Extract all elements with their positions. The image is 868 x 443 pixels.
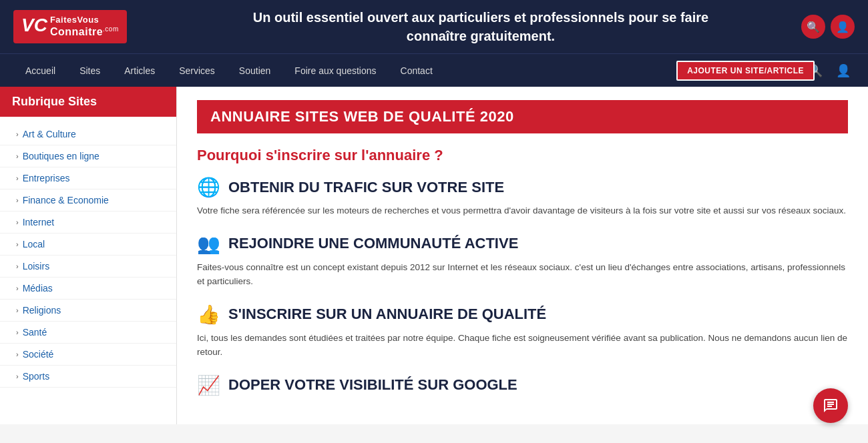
page-title: ANNUAIRE SITES WEB DE QUALITÉ 2020 bbox=[197, 100, 848, 133]
sidebar-item-religions[interactable]: › Religions bbox=[0, 300, 176, 322]
section-heading: Pourquoi s'inscrire sur l'annuaire ? bbox=[197, 147, 848, 164]
feature-title-2: 👥 REJOINDRE UNE COMMUNAUTÉ ACTIVE bbox=[197, 233, 848, 255]
sidebar: Rubrique Sites › Art & Culture › Boutiqu… bbox=[0, 87, 177, 424]
nav-user-icon[interactable]: 👤 bbox=[832, 59, 855, 82]
chevron-icon: › bbox=[16, 306, 19, 314]
nav-item-services[interactable]: Services bbox=[167, 56, 227, 85]
sidebar-item-medias[interactable]: › Médias bbox=[0, 278, 176, 300]
navbar: Accueil Sites Articles Services Soutien … bbox=[0, 53, 868, 87]
feature-title-1: 🌐 OBTENIR DU TRAFIC SUR VOTRE SITE bbox=[197, 176, 848, 198]
sidebar-item-label: Internet bbox=[23, 217, 54, 228]
logo-area: VC FaitesVous Connaitre.com bbox=[13, 10, 160, 43]
feature-heading-4: DOPER VOTRE VISIBILITÉ SUR GOOGLE bbox=[228, 376, 517, 394]
logo-line2: Connaitre.com bbox=[50, 25, 119, 38]
chevron-icon: › bbox=[16, 350, 19, 358]
sidebar-item-label: Entreprises bbox=[23, 173, 70, 183]
sidebar-item-local[interactable]: › Local bbox=[0, 234, 176, 256]
sidebar-item-societe[interactable]: › Société bbox=[0, 344, 176, 366]
feature-block-4: 📈 DOPER VOTRE VISIBILITÉ SUR GOOGLE bbox=[197, 374, 848, 396]
main-container: Rubrique Sites › Art & Culture › Boutiqu… bbox=[0, 87, 868, 424]
feature-title-4: 📈 DOPER VOTRE VISIBILITÉ SUR GOOGLE bbox=[197, 374, 848, 396]
chevron-icon: › bbox=[16, 284, 19, 292]
feature-block-3: 👍 S'INSCRIRE SUR UN ANNUAIRE DE QUALITÉ … bbox=[197, 304, 848, 360]
sidebar-item-art-culture[interactable]: › Art & Culture bbox=[0, 123, 176, 145]
sidebar-item-loisirs[interactable]: › Loisirs bbox=[0, 256, 176, 278]
logo-line1: FaitesVous bbox=[50, 15, 119, 25]
sidebar-item-finance[interactable]: › Finance & Economie bbox=[0, 189, 176, 211]
feature-desc-1: Votre fiche sera référencée sur les mote… bbox=[197, 203, 848, 218]
chevron-icon: › bbox=[16, 372, 19, 380]
chevron-icon: › bbox=[16, 328, 19, 336]
chevron-icon: › bbox=[16, 240, 19, 248]
sidebar-item-internet[interactable]: › Internet bbox=[0, 211, 176, 234]
sidebar-item-label: Loisirs bbox=[23, 261, 49, 272]
chevron-icon: › bbox=[16, 152, 19, 160]
sidebar-item-label: Santé bbox=[23, 327, 47, 338]
nav-item-faq[interactable]: Foire aux questions bbox=[282, 56, 388, 85]
feature-heading-1: OBTENIR DU TRAFIC SUR VOTRE SITE bbox=[228, 179, 504, 196]
feature-desc-2: Faites-vous connaître est un concept exi… bbox=[197, 260, 848, 289]
thumbsup-icon: 👍 bbox=[197, 304, 220, 326]
sidebar-item-label: Médias bbox=[23, 283, 53, 294]
chevron-icon: › bbox=[16, 262, 19, 270]
chevron-icon: › bbox=[16, 218, 19, 226]
sidebar-item-sports[interactable]: › Sports bbox=[0, 366, 176, 388]
nav-item-articles[interactable]: Articles bbox=[112, 56, 167, 85]
sidebar-item-label: Boutiques en ligne bbox=[23, 151, 99, 161]
chevron-icon: › bbox=[16, 174, 19, 182]
nav-item-sites[interactable]: Sites bbox=[67, 56, 112, 85]
chart-icon: 📈 bbox=[197, 374, 220, 396]
sidebar-title: Rubrique Sites bbox=[0, 87, 176, 117]
sidebar-item-label: Art & Culture bbox=[23, 129, 76, 139]
sidebar-item-entreprises[interactable]: › Entreprises bbox=[0, 167, 176, 189]
content-area: ANNUAIRE SITES WEB DE QUALITÉ 2020 Pourq… bbox=[177, 87, 868, 424]
user-icon-btn[interactable]: 👤 bbox=[831, 15, 855, 39]
sidebar-item-sante[interactable]: › Santé bbox=[0, 322, 176, 344]
header-top: VC FaitesVous Connaitre.com Un outil ess… bbox=[0, 0, 868, 53]
nav-item-accueil[interactable]: Accueil bbox=[13, 56, 67, 85]
community-icon: 👥 bbox=[197, 233, 220, 255]
logo-box: VC FaitesVous Connaitre.com bbox=[13, 10, 127, 43]
chevron-icon: › bbox=[16, 196, 19, 204]
sidebar-item-label: Sports bbox=[23, 371, 49, 382]
sidebar-item-boutiques[interactable]: › Boutiques en ligne bbox=[0, 145, 176, 167]
feature-heading-3: S'INSCRIRE SUR UN ANNUAIRE DE QUALITÉ bbox=[228, 306, 546, 323]
add-site-button[interactable]: AJOUTER UN SITE/ARTICLE bbox=[676, 61, 815, 81]
feature-block-2: 👥 REJOINDRE UNE COMMUNAUTÉ ACTIVE Faites… bbox=[197, 233, 848, 289]
nav-item-soutien[interactable]: Soutien bbox=[227, 56, 282, 85]
chevron-icon: › bbox=[16, 130, 19, 138]
sidebar-item-label: Religions bbox=[23, 305, 61, 316]
chat-button[interactable] bbox=[813, 388, 848, 423]
feature-block-1: 🌐 OBTENIR DU TRAFIC SUR VOTRE SITE Votre… bbox=[197, 176, 848, 218]
sidebar-item-label: Local bbox=[23, 239, 45, 250]
header-actions: 🔍 👤 bbox=[801, 15, 855, 39]
header-tagline: Un outil essentiel ouvert aux particulie… bbox=[160, 8, 801, 45]
feature-title-3: 👍 S'INSCRIRE SUR UN ANNUAIRE DE QUALITÉ bbox=[197, 304, 848, 326]
search-icon-btn[interactable]: 🔍 bbox=[801, 15, 825, 39]
nav-item-contact[interactable]: Contact bbox=[389, 56, 445, 85]
feature-desc-3: Ici, tous les demandes sont étudiées et … bbox=[197, 331, 848, 360]
sidebar-item-label: Finance & Economie bbox=[23, 195, 109, 205]
feature-heading-2: REJOINDRE UNE COMMUNAUTÉ ACTIVE bbox=[228, 235, 518, 252]
logo-vc-text: VC bbox=[21, 15, 47, 36]
sidebar-item-label: Société bbox=[23, 349, 54, 360]
globe-icon: 🌐 bbox=[197, 176, 220, 198]
